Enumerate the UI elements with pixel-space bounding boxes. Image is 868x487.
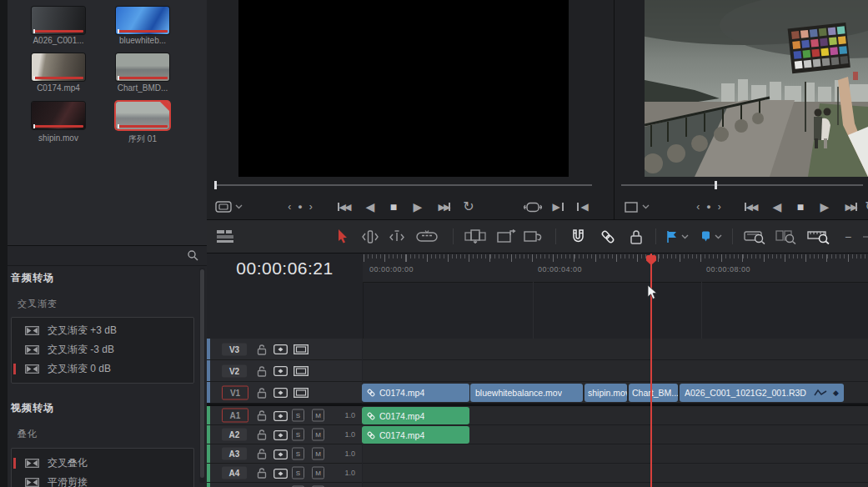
track-lane-a4[interactable] bbox=[363, 464, 868, 483]
track-lane-v3[interactable] bbox=[363, 339, 868, 360]
play-button[interactable]: ▶ bbox=[409, 195, 426, 218]
timeline-clip-video[interactable]: shipin.mov bbox=[585, 384, 627, 402]
media-thumbnail[interactable] bbox=[32, 7, 85, 34]
timeline-view-options-button[interactable] bbox=[213, 220, 238, 253]
media-thumbnail[interactable] bbox=[32, 53, 85, 81]
track-enable-icon[interactable] bbox=[294, 366, 309, 376]
track-lock-icon[interactable] bbox=[257, 410, 267, 421]
link-clips-button-active[interactable] bbox=[595, 220, 620, 253]
previous-clip-button[interactable]: ◀ bbox=[574, 195, 592, 218]
track-lane-a3[interactable] bbox=[363, 444, 868, 464]
mute-button[interactable]: M bbox=[312, 409, 324, 422]
solo-button[interactable]: S bbox=[292, 429, 304, 441]
mute-button[interactable]: M bbox=[312, 448, 324, 460]
scrollbar-thumb[interactable] bbox=[200, 269, 204, 478]
track-name-v1-targeted[interactable]: V1 bbox=[222, 385, 248, 399]
timeline-ruler[interactable]: 00:00:00:00 00:00:04:00 00:00:08:00 bbox=[363, 254, 868, 283]
blade-edit-mode-tool[interactable] bbox=[414, 220, 440, 253]
auto-select-icon[interactable] bbox=[273, 469, 288, 479]
overwrite-clip-button[interactable] bbox=[494, 220, 519, 253]
stop-button[interactable]: ■ bbox=[385, 195, 402, 218]
jog-left-icon[interactable]: ‹ bbox=[288, 202, 291, 212]
timeline-clip-audio[interactable]: C0174.mp4 bbox=[362, 407, 469, 424]
media-thumbnail[interactable] bbox=[32, 102, 85, 129]
timeline-clip-video[interactable]: Chart_BM... bbox=[629, 384, 678, 402]
solo-button[interactable]: S bbox=[292, 448, 304, 460]
source-stop-button[interactable]: ■ bbox=[792, 195, 809, 218]
jog-dot-icon[interactable]: ● bbox=[298, 203, 302, 211]
track-lock-icon[interactable] bbox=[257, 468, 267, 479]
transition-item[interactable]: 交叉渐变 -3 dB bbox=[12, 340, 193, 359]
timeline-clip-video[interactable]: A026_C001_1021G2_001.R3D ◆ bbox=[680, 384, 844, 402]
effects-scrollbar[interactable] bbox=[199, 268, 205, 483]
source-viewer-mode-dropdown[interactable] bbox=[622, 195, 652, 218]
track-lane-v2[interactable] bbox=[363, 360, 868, 382]
mute-button[interactable]: M bbox=[312, 429, 324, 441]
solo-button[interactable]: S bbox=[292, 409, 304, 422]
track-enable-icon[interactable] bbox=[294, 344, 309, 354]
timeline-clip-audio[interactable]: C0174.mp4 bbox=[362, 426, 469, 444]
next-clip-button[interactable]: ▶ bbox=[549, 195, 567, 218]
zoom-out-button[interactable]: − bbox=[840, 220, 855, 253]
timeline-viewer-scrubber[interactable] bbox=[215, 184, 592, 186]
jog-right-icon[interactable]: › bbox=[309, 202, 313, 212]
auto-select-icon[interactable] bbox=[273, 366, 288, 376]
keyframe-icon[interactable]: ◆ bbox=[833, 389, 839, 397]
go-to-start-button[interactable]: ◀◀ bbox=[332, 195, 355, 218]
timeline-clip-video[interactable]: bluewhitebalance.mov bbox=[470, 384, 583, 402]
auto-select-icon[interactable] bbox=[273, 388, 288, 398]
marker-button[interactable] bbox=[697, 220, 725, 253]
track-lock-icon[interactable] bbox=[257, 449, 267, 459]
track-lane-a5[interactable] bbox=[363, 483, 868, 487]
timeline-viewer-scrubber-playhead[interactable] bbox=[214, 181, 217, 189]
track-name-a2[interactable]: A2 bbox=[222, 429, 247, 441]
track-lock-icon[interactable] bbox=[257, 429, 267, 440]
source-jog-control[interactable]: ‹ ● › bbox=[687, 195, 730, 218]
jog-control[interactable]: ‹ ● › bbox=[278, 195, 322, 218]
media-thumbnail[interactable] bbox=[116, 53, 169, 81]
transition-item[interactable]: 交叉渐变 +3 dB bbox=[12, 321, 193, 340]
curve-icon[interactable] bbox=[814, 389, 827, 397]
jog-left-icon[interactable]: ‹ bbox=[696, 202, 700, 212]
track-name-a1-targeted[interactable]: A1 bbox=[222, 409, 248, 423]
mute-button[interactable]: M bbox=[312, 467, 324, 479]
match-frame-button[interactable] bbox=[522, 195, 544, 218]
viewer-mode-dropdown[interactable] bbox=[213, 195, 243, 218]
effects-search-bar[interactable] bbox=[8, 246, 207, 266]
source-play-button[interactable]: ▶ bbox=[816, 195, 833, 218]
source-viewer-scrubber[interactable] bbox=[621, 184, 863, 186]
track-name-v3[interactable]: V3 bbox=[222, 343, 247, 355]
transition-item-default[interactable]: 交叉叠化 bbox=[12, 454, 193, 473]
auto-select-icon[interactable] bbox=[273, 449, 288, 459]
search-icon[interactable] bbox=[187, 249, 198, 261]
track-name-a4[interactable]: A4 bbox=[222, 467, 247, 479]
zoom-full-extent-button[interactable] bbox=[740, 220, 769, 253]
custom-zoom-button[interactable] bbox=[804, 220, 834, 253]
transition-item[interactable]: 平滑剪接 bbox=[12, 473, 193, 487]
snapping-button-active[interactable] bbox=[542, 220, 567, 253]
transition-item-default[interactable]: 交叉渐变 0 dB bbox=[12, 359, 193, 379]
auto-select-icon[interactable] bbox=[273, 430, 288, 440]
go-to-end-button[interactable]: ▶▶ bbox=[433, 195, 456, 218]
solo-button[interactable]: S bbox=[292, 467, 304, 479]
zoom-detail-button[interactable] bbox=[772, 220, 800, 253]
trim-edit-mode-tool[interactable] bbox=[359, 220, 382, 253]
source-go-to-start-button[interactable]: ◀◀ bbox=[739, 195, 762, 218]
track-enable-icon[interactable] bbox=[294, 388, 309, 398]
chevron-down-icon[interactable] bbox=[715, 234, 722, 239]
track-name-a3[interactable]: A3 bbox=[222, 448, 247, 460]
timeline-clip-video[interactable]: C0174.mp4 bbox=[362, 384, 469, 402]
dynamic-trim-mode-tool[interactable] bbox=[385, 220, 409, 253]
loop-button[interactable]: ↻ bbox=[459, 195, 478, 218]
track-name-v2[interactable]: V2 bbox=[222, 364, 247, 377]
track-lock-icon[interactable] bbox=[257, 388, 267, 399]
track-lock-icon[interactable] bbox=[257, 344, 267, 355]
insert-clip-button[interactable] bbox=[462, 220, 489, 253]
media-thumbnail[interactable] bbox=[116, 7, 169, 34]
jog-right-icon[interactable]: › bbox=[718, 202, 721, 212]
media-thumbnail-selected[interactable] bbox=[116, 102, 169, 129]
zoom-slider[interactable] bbox=[862, 220, 868, 253]
selection-mode-tool-active[interactable] bbox=[334, 220, 352, 253]
jog-dot-icon[interactable]: ● bbox=[706, 203, 710, 211]
source-play-reverse-button[interactable]: ◀ bbox=[769, 195, 785, 218]
